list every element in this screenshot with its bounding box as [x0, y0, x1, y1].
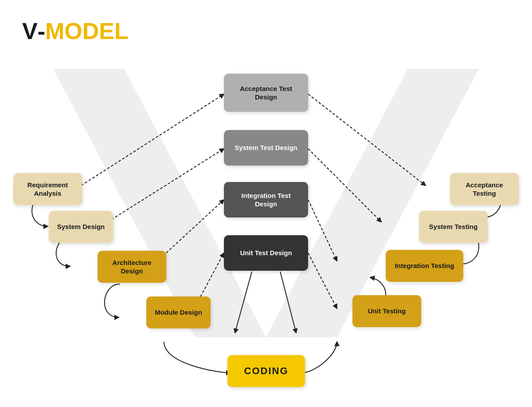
- title-model: MODEL: [45, 18, 129, 44]
- svg-line-7: [308, 149, 381, 222]
- svg-line-10: [235, 272, 252, 333]
- svg-line-2: [81, 94, 224, 186]
- svg-line-11: [280, 272, 296, 333]
- svg-line-8: [308, 200, 337, 261]
- title-dash: -: [38, 18, 45, 44]
- unit-test-design-box: Unit Test Design: [224, 235, 308, 271]
- requirement-analysis-box: Requirement Analysis: [13, 173, 82, 205]
- svg-line-6: [308, 94, 426, 186]
- system-design-box: System Design: [49, 211, 113, 243]
- coding-box: CODING: [227, 355, 305, 387]
- architecture-design-box: Architecture Design: [98, 251, 166, 283]
- svg-line-9: [308, 253, 337, 308]
- svg-line-3: [108, 149, 224, 222]
- module-design-box: Module Design: [146, 296, 211, 328]
- svg-line-4: [156, 200, 224, 262]
- title-v: V: [22, 18, 38, 44]
- system-testing-box: System Testing: [419, 211, 488, 243]
- system-test-design-box: System Test Design: [224, 130, 308, 166]
- unit-testing-box: Unit Testing: [352, 295, 421, 327]
- acceptance-testing-box: Acceptance Testing: [450, 173, 519, 205]
- integration-testing-box: Integration Testing: [386, 250, 463, 282]
- integration-test-design-box: Integration Test Design: [224, 182, 308, 217]
- title: V-MODEL: [22, 18, 129, 44]
- acceptance-test-design-box: Acceptance Test Design: [224, 74, 308, 112]
